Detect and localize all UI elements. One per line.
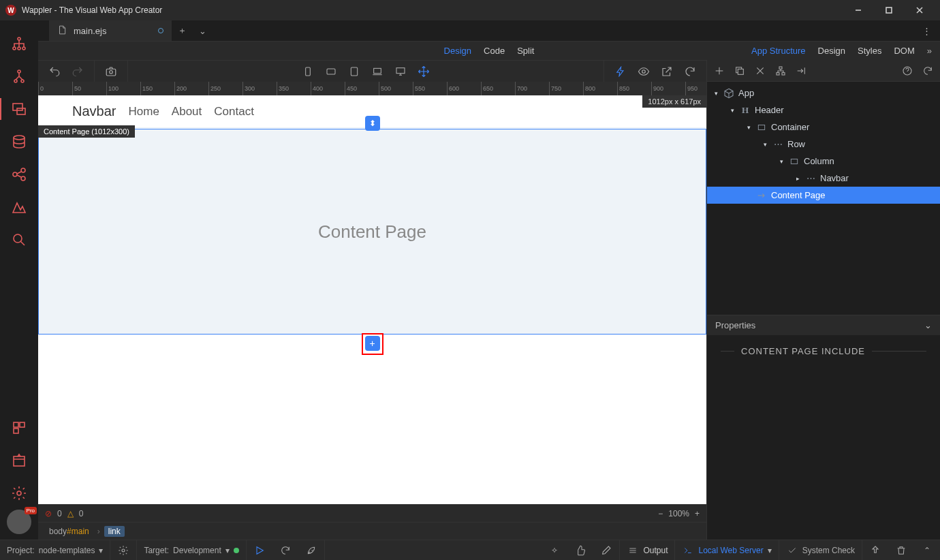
help-button[interactable] (898, 61, 917, 80)
move-right-button[interactable] (792, 61, 811, 80)
page-manager-tool[interactable] (0, 93, 38, 125)
canvas-viewport[interactable]: 1012px x 617px Navbar Home About Contact… (38, 95, 706, 504)
sitemap-tool[interactable] (0, 27, 38, 60)
publish-button[interactable] (862, 540, 888, 560)
caret-icon: ▾ (762, 141, 768, 148)
tree-node-header[interactable]: ▾HHeader (707, 102, 940, 119)
system-check[interactable]: System Check (779, 540, 862, 560)
svg-rect-1 (886, 7, 892, 13)
hierarchy-button[interactable] (771, 61, 790, 80)
ruler-tick: 800 (583, 82, 595, 95)
project-settings-button[interactable] (110, 540, 137, 560)
delete-button[interactable] (751, 61, 770, 80)
project-selector[interactable]: Project: node-templates ▾ (0, 540, 110, 560)
tree-node-label: Row (787, 139, 805, 149)
collapse-bottom-button[interactable]: ⌃ (914, 540, 940, 560)
zoom-out-button[interactable]: − (658, 509, 663, 518)
user-avatar[interactable] (7, 510, 31, 534)
assets-tool[interactable] (0, 191, 38, 223)
view-mode-design[interactable]: Design (444, 46, 471, 56)
tab-kebab-menu[interactable]: ⋮ (920, 26, 940, 36)
ruler-tick: 100 (106, 82, 119, 95)
device-laptop-icon[interactable] (368, 62, 387, 81)
svg-rect-28 (351, 67, 357, 76)
run-button[interactable] (247, 540, 272, 560)
ruler-tick: 0 (38, 82, 44, 95)
svg-point-31 (642, 69, 646, 73)
tree-node-container[interactable]: ▾Container (707, 119, 940, 136)
breadcrumb-body[interactable]: body#main (45, 526, 93, 537)
maximize-button[interactable] (873, 0, 904, 20)
breadcrumb-sep: › (97, 527, 100, 536)
tree-node-column[interactable]: ▾Column (707, 153, 940, 170)
file-tab[interactable]: main.ejs (49, 20, 172, 41)
view-mode-split[interactable]: Split (517, 46, 534, 56)
svg-rect-26 (306, 67, 311, 76)
preview-button[interactable] (634, 62, 653, 81)
view-mode-code[interactable]: Code (484, 46, 505, 56)
thumbs-up-button[interactable] (567, 540, 593, 560)
device-tablet-landscape-icon[interactable] (322, 62, 341, 81)
tree-node-navbar[interactable]: ▸⋯Navbar (707, 170, 940, 187)
caret-icon: ▾ (745, 124, 752, 131)
tree-node-content-page[interactable]: Content Page (707, 187, 940, 204)
check-icon (786, 544, 798, 557)
panel-dom[interactable]: DOM (894, 46, 914, 56)
output-toggle[interactable]: Output (620, 540, 675, 560)
open-browser-button[interactable] (657, 62, 676, 81)
target-selector[interactable]: Target: Development ▾ (137, 540, 246, 560)
tree-node-label: Container (771, 122, 809, 132)
tree-node-app[interactable]: ▾App (707, 84, 940, 102)
screenshot-button[interactable] (101, 62, 121, 81)
insert-after-button[interactable]: + (365, 336, 380, 351)
properties-header[interactable]: Properties ⌄ (707, 315, 940, 335)
panel-design[interactable]: Design (818, 46, 845, 56)
tab-dropdown-button[interactable]: ⌄ (192, 26, 213, 36)
add-element-button[interactable] (710, 61, 729, 80)
expand-panels-icon[interactable]: » (927, 46, 932, 56)
device-desktop-icon[interactable] (391, 62, 410, 81)
panel-styles[interactable]: Styles (858, 46, 881, 56)
redo-button[interactable] (68, 62, 87, 81)
new-tab-button[interactable]: ＋ (172, 25, 192, 37)
refresh-button[interactable] (680, 62, 700, 81)
trash-button[interactable] (888, 540, 914, 560)
content-page-element[interactable]: Content Page (38, 129, 706, 335)
tree-node-label: Content Page (771, 190, 826, 200)
packages-tool[interactable] (0, 444, 38, 477)
local-web-server[interactable]: Local Web Server ▾ (675, 540, 779, 560)
svg-rect-30 (396, 67, 405, 73)
brush-button[interactable] (593, 540, 620, 560)
git-tool[interactable] (0, 60, 38, 93)
search-tool[interactable] (0, 223, 38, 256)
tree-node-label: Column (804, 156, 834, 166)
properties-header-label: Properties (715, 320, 755, 330)
duplicate-button[interactable] (730, 61, 749, 80)
interact-mode-button[interactable] (611, 62, 630, 81)
api-tool[interactable] (0, 158, 38, 191)
breadcrumb-link[interactable]: link (104, 526, 125, 537)
magic-wand-button[interactable]: ✧ (542, 540, 567, 560)
device-phone-icon[interactable] (298, 62, 317, 81)
minimize-button[interactable] (843, 0, 873, 20)
errors-icon[interactable]: ⊘ (45, 509, 52, 518)
tree-node-row[interactable]: ▾⋯Row (707, 136, 940, 153)
device-tablet-icon[interactable] (345, 62, 364, 81)
move-tool-icon[interactable] (414, 62, 433, 81)
svg-rect-24 (106, 69, 116, 76)
restart-button[interactable] (272, 540, 298, 560)
close-button[interactable] (904, 0, 935, 20)
refresh-tree-button[interactable] (918, 61, 937, 80)
status-dot-icon (234, 548, 239, 553)
undo-button[interactable] (45, 62, 64, 81)
zoom-in-button[interactable]: + (695, 509, 700, 518)
insert-before-button[interactable]: ⬍ (365, 116, 380, 131)
ruler-tick: 350 (277, 82, 289, 95)
settings-tool[interactable] (0, 477, 38, 510)
warnings-icon[interactable]: △ (67, 509, 74, 518)
panel-app-structure[interactable]: App Structure (751, 46, 806, 56)
database-tool[interactable] (0, 125, 38, 158)
extensions-tool[interactable] (0, 411, 38, 444)
deploy-button[interactable] (298, 540, 325, 560)
node-icon (789, 156, 800, 167)
